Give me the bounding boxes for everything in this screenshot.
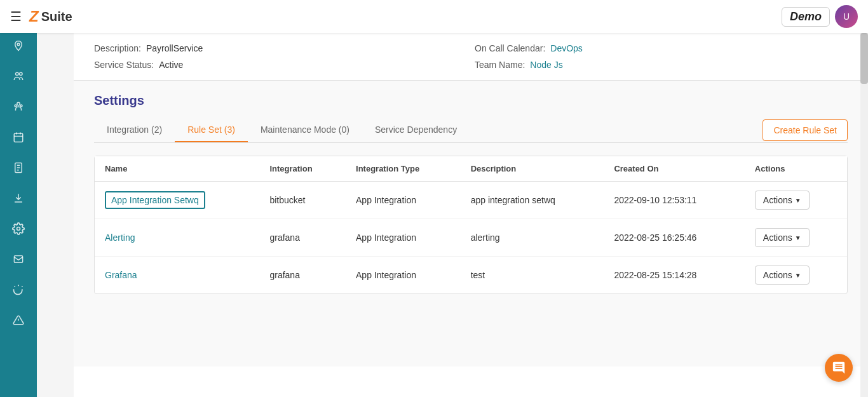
row2-actions-label: Actions: [763, 232, 792, 243]
create-ruleset-button[interactable]: Create Rule Set: [763, 119, 848, 141]
row3-created-on: 2022-08-25 15:14:28: [604, 257, 744, 294]
chat-bubble-button[interactable]: [825, 354, 853, 382]
sidebar-icon-settings[interactable]: [0, 213, 37, 244]
row2-integration-type: App Integration: [346, 219, 461, 257]
settings-title: Settings: [94, 93, 848, 108]
col-integration-type: Integration Type: [346, 156, 461, 182]
service-info-grid: Description: PayrollService Service Stat…: [94, 43, 848, 70]
row1-actions-button[interactable]: Actions ▼: [755, 191, 810, 210]
status-row: Service Status: Active: [94, 60, 467, 70]
svg-point-3: [20, 72, 23, 76]
row2-name-link[interactable]: Alerting: [105, 232, 135, 243]
row3-integration-type: App Integration: [346, 257, 461, 294]
row3-actions-label: Actions: [763, 270, 792, 280]
sidebar-icon-warning[interactable]: [0, 305, 37, 335]
oncall-value[interactable]: DevOps: [550, 43, 583, 53]
row1-actions-cell: Actions ▼: [745, 182, 847, 219]
sidebar-icon-megaphone[interactable]: [0, 274, 37, 305]
sidebar-icon-team[interactable]: [0, 91, 37, 122]
table-row: App Integration Setwq bitbucket App Inte…: [95, 182, 847, 219]
row3-actions-cell: Actions ▼: [745, 257, 847, 294]
hamburger-icon[interactable]: ☰: [10, 9, 22, 24]
main-content: Description: PayrollService Service Stat…: [74, 33, 868, 397]
svg-point-5: [15, 105, 17, 107]
logo-z-letter: Z: [29, 8, 39, 25]
sidebar-icon-report[interactable]: [0, 152, 37, 183]
row2-actions-cell: Actions ▼: [745, 219, 847, 257]
table-body: App Integration Setwq bitbucket App Inte…: [95, 182, 847, 294]
status-value: Active: [159, 60, 183, 70]
tab-dependency[interactable]: Service Dependency: [362, 118, 470, 142]
logo-suite-text: Suite: [41, 10, 72, 24]
sidebar-icon-location[interactable]: [0, 30, 37, 61]
top-bar: ☰ Z Suite Demo U: [0, 0, 868, 33]
table-row: Alerting grafana App Integration alertin…: [95, 219, 847, 257]
oncall-row: On Call Calendar: DevOps: [475, 43, 848, 53]
row3-actions-button[interactable]: Actions ▼: [755, 266, 810, 285]
table-header-row: Name Integration Integration Type Descri…: [95, 156, 847, 182]
table-row: Grafana grafana App Integration test 202…: [95, 257, 847, 294]
sidebar: [0, 0, 37, 397]
demo-badge: Demo: [782, 7, 830, 27]
row3-description: test: [461, 257, 604, 294]
team-label: Team Name:: [475, 60, 525, 70]
tab-maintenance[interactable]: Maintenance Mode (0): [248, 118, 362, 142]
svg-point-1: [17, 43, 20, 46]
team-row: Team Name: Node Js: [475, 60, 848, 70]
service-info-section: Description: PayrollService Service Stat…: [74, 33, 868, 81]
tab-ruleset[interactable]: Rule Set (3): [175, 118, 248, 142]
col-description: Description: [461, 156, 604, 182]
row1-integration: bitbucket: [259, 182, 346, 219]
row1-description: app integration setwq: [461, 182, 604, 219]
col-actions: Actions: [745, 156, 847, 182]
ruleset-table: Name Integration Integration Type Descri…: [95, 156, 847, 293]
status-label: Service Status:: [94, 60, 154, 70]
col-created-on: Created On: [604, 156, 744, 182]
row1-integration-type: App Integration: [346, 182, 461, 219]
sidebar-icon-download[interactable]: [0, 183, 37, 213]
row1-created-on: 2022-09-10 12:53:11: [604, 182, 744, 219]
top-right-area: Demo U: [782, 5, 858, 28]
svg-rect-9: [14, 256, 22, 263]
svg-point-6: [20, 105, 22, 107]
col-integration: Integration: [259, 156, 346, 182]
row2-integration: grafana: [259, 219, 346, 257]
row1-name: App Integration Setwq: [95, 182, 259, 219]
row3-integration: grafana: [259, 257, 346, 294]
description-value: PayrollService: [146, 43, 203, 53]
row3-name: Grafana: [95, 257, 259, 294]
ruleset-table-container: Name Integration Integration Type Descri…: [94, 156, 848, 294]
scrollbar-track: [860, 33, 868, 397]
row3-actions-chevron: ▼: [795, 272, 801, 279]
row2-created-on: 2022-08-25 16:25:46: [604, 219, 744, 257]
row2-actions-button[interactable]: Actions ▼: [755, 228, 810, 247]
svg-point-2: [16, 72, 19, 76]
oncall-label: On Call Calendar:: [475, 43, 545, 53]
avatar[interactable]: U: [835, 5, 858, 28]
settings-section: Settings Integration (2) Rule Set (3) Ma…: [74, 81, 868, 367]
team-value[interactable]: Node Js: [530, 60, 562, 70]
row2-description: alerting: [461, 219, 604, 257]
row1-name-link[interactable]: App Integration Setwq: [105, 191, 205, 209]
row1-actions-chevron: ▼: [795, 197, 801, 204]
svg-rect-7: [14, 133, 23, 142]
sidebar-icon-calendar[interactable]: [0, 122, 37, 152]
description-label: Description:: [94, 43, 141, 53]
row2-name: Alerting: [95, 219, 259, 257]
app-logo: Z Suite: [29, 8, 72, 25]
svg-point-4: [17, 102, 20, 105]
description-row: Description: PayrollService: [94, 43, 467, 53]
col-name: Name: [95, 156, 259, 182]
row3-name-link[interactable]: Grafana: [105, 270, 137, 280]
row2-actions-chevron: ▼: [795, 234, 801, 241]
sidebar-icon-people[interactable]: [0, 61, 37, 91]
sidebar-icon-mail[interactable]: [0, 244, 37, 274]
scrollbar-thumb[interactable]: [860, 33, 868, 84]
tab-integration[interactable]: Integration (2): [94, 118, 175, 142]
settings-tabs: Integration (2) Rule Set (3) Maintenance…: [94, 118, 848, 143]
row1-actions-label: Actions: [763, 195, 792, 205]
